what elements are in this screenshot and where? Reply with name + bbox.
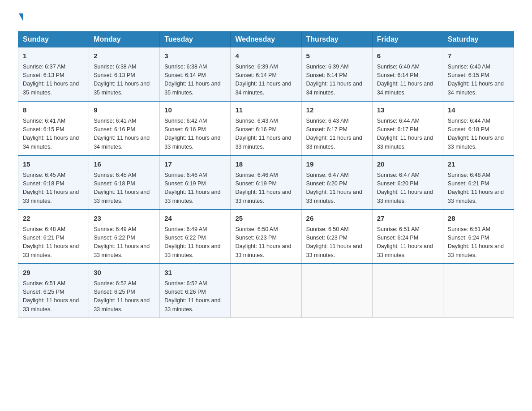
day-info: Sunrise: 6:40 AMSunset: 6:14 PMDaylight:… bbox=[377, 63, 438, 98]
day-info: Sunrise: 6:43 AMSunset: 6:16 PMDaylight:… bbox=[235, 117, 296, 152]
table-row: 15Sunrise: 6:45 AMSunset: 6:18 PMDayligh… bbox=[18, 155, 89, 210]
day-info: Sunrise: 6:39 AMSunset: 6:14 PMDaylight:… bbox=[306, 63, 368, 98]
day-number: 13 bbox=[377, 105, 438, 116]
day-info: Sunrise: 6:47 AMSunset: 6:20 PMDaylight:… bbox=[377, 171, 438, 206]
table-row: 7Sunrise: 6:40 AMSunset: 6:15 PMDaylight… bbox=[443, 47, 514, 102]
table-row: 21Sunrise: 6:48 AMSunset: 6:21 PMDayligh… bbox=[443, 155, 514, 210]
day-info: Sunrise: 6:44 AMSunset: 6:18 PMDaylight:… bbox=[448, 117, 509, 152]
col-tuesday: Tuesday bbox=[160, 32, 231, 47]
day-number: 27 bbox=[377, 214, 438, 224]
day-number: 4 bbox=[235, 51, 296, 61]
table-row: 28Sunrise: 6:51 AMSunset: 6:24 PMDayligh… bbox=[443, 210, 514, 264]
day-number: 1 bbox=[23, 51, 84, 61]
table-row: 5Sunrise: 6:39 AMSunset: 6:14 PMDaylight… bbox=[301, 47, 372, 102]
table-row: 19Sunrise: 6:47 AMSunset: 6:20 PMDayligh… bbox=[301, 155, 372, 210]
day-number: 15 bbox=[23, 159, 84, 170]
col-thursday: Thursday bbox=[301, 32, 372, 47]
table-row: 14Sunrise: 6:44 AMSunset: 6:18 PMDayligh… bbox=[443, 101, 514, 155]
day-number: 11 bbox=[235, 105, 296, 116]
calendar-table: Sunday Monday Tuesday Wednesday Thursday… bbox=[18, 31, 514, 318]
day-number: 30 bbox=[94, 268, 155, 278]
table-row: 26Sunrise: 6:50 AMSunset: 6:23 PMDayligh… bbox=[301, 210, 372, 264]
table-row bbox=[231, 264, 301, 318]
calendar-week-row: 8Sunrise: 6:41 AMSunset: 6:15 PMDaylight… bbox=[18, 101, 514, 155]
table-row bbox=[443, 264, 514, 318]
day-info: Sunrise: 6:47 AMSunset: 6:20 PMDaylight:… bbox=[306, 171, 368, 206]
day-info: Sunrise: 6:48 AMSunset: 6:21 PMDaylight:… bbox=[448, 171, 509, 206]
day-number: 21 bbox=[448, 159, 509, 170]
table-row: 6Sunrise: 6:40 AMSunset: 6:14 PMDaylight… bbox=[372, 47, 443, 102]
day-info: Sunrise: 6:37 AMSunset: 6:13 PMDaylight:… bbox=[23, 63, 84, 98]
day-number: 25 bbox=[235, 214, 296, 224]
day-number: 28 bbox=[448, 214, 509, 224]
day-info: Sunrise: 6:52 AMSunset: 6:25 PMDaylight:… bbox=[94, 279, 155, 314]
table-row: 29Sunrise: 6:51 AMSunset: 6:25 PMDayligh… bbox=[18, 264, 89, 318]
table-row bbox=[372, 264, 443, 318]
day-number: 16 bbox=[94, 159, 155, 170]
day-info: Sunrise: 6:45 AMSunset: 6:18 PMDaylight:… bbox=[94, 171, 155, 206]
day-number: 12 bbox=[306, 105, 368, 116]
day-number: 8 bbox=[23, 105, 84, 116]
day-number: 5 bbox=[306, 51, 368, 61]
table-row: 18Sunrise: 6:46 AMSunset: 6:19 PMDayligh… bbox=[231, 155, 301, 210]
table-row: 22Sunrise: 6:48 AMSunset: 6:21 PMDayligh… bbox=[18, 210, 89, 264]
table-row: 8Sunrise: 6:41 AMSunset: 6:15 PMDaylight… bbox=[18, 101, 89, 155]
day-info: Sunrise: 6:40 AMSunset: 6:15 PMDaylight:… bbox=[448, 63, 509, 98]
table-row: 11Sunrise: 6:43 AMSunset: 6:16 PMDayligh… bbox=[231, 101, 301, 155]
day-info: Sunrise: 6:38 AMSunset: 6:14 PMDaylight:… bbox=[164, 63, 226, 98]
day-number: 7 bbox=[448, 51, 509, 61]
day-info: Sunrise: 6:38 AMSunset: 6:13 PMDaylight:… bbox=[94, 63, 155, 98]
day-number: 23 bbox=[94, 214, 155, 224]
day-number: 9 bbox=[94, 105, 155, 116]
day-info: Sunrise: 6:49 AMSunset: 6:22 PMDaylight:… bbox=[94, 225, 155, 260]
table-row: 17Sunrise: 6:46 AMSunset: 6:19 PMDayligh… bbox=[160, 155, 231, 210]
day-info: Sunrise: 6:51 AMSunset: 6:24 PMDaylight:… bbox=[448, 225, 509, 260]
table-row: 20Sunrise: 6:47 AMSunset: 6:20 PMDayligh… bbox=[372, 155, 443, 210]
day-info: Sunrise: 6:52 AMSunset: 6:26 PMDaylight:… bbox=[164, 279, 226, 314]
day-number: 18 bbox=[235, 159, 296, 170]
calendar-week-row: 29Sunrise: 6:51 AMSunset: 6:25 PMDayligh… bbox=[18, 264, 514, 318]
table-row: 12Sunrise: 6:43 AMSunset: 6:17 PMDayligh… bbox=[301, 101, 372, 155]
day-info: Sunrise: 6:48 AMSunset: 6:21 PMDaylight:… bbox=[23, 225, 84, 260]
table-row: 30Sunrise: 6:52 AMSunset: 6:25 PMDayligh… bbox=[89, 264, 160, 318]
table-row: 10Sunrise: 6:42 AMSunset: 6:16 PMDayligh… bbox=[160, 101, 231, 155]
day-info: Sunrise: 6:45 AMSunset: 6:18 PMDaylight:… bbox=[23, 171, 84, 206]
table-row: 23Sunrise: 6:49 AMSunset: 6:22 PMDayligh… bbox=[89, 210, 160, 264]
table-row: 4Sunrise: 6:39 AMSunset: 6:14 PMDaylight… bbox=[231, 47, 301, 102]
day-info: Sunrise: 6:50 AMSunset: 6:23 PMDaylight:… bbox=[306, 225, 368, 260]
table-row: 31Sunrise: 6:52 AMSunset: 6:26 PMDayligh… bbox=[160, 264, 231, 318]
day-number: 20 bbox=[377, 159, 438, 170]
day-number: 17 bbox=[164, 159, 226, 170]
table-row: 3Sunrise: 6:38 AMSunset: 6:14 PMDaylight… bbox=[160, 47, 231, 102]
day-info: Sunrise: 6:41 AMSunset: 6:15 PMDaylight:… bbox=[23, 117, 84, 152]
day-number: 29 bbox=[23, 268, 84, 278]
calendar-week-row: 15Sunrise: 6:45 AMSunset: 6:18 PMDayligh… bbox=[18, 155, 514, 210]
table-row: 1Sunrise: 6:37 AMSunset: 6:13 PMDaylight… bbox=[18, 47, 89, 102]
calendar-header-row: Sunday Monday Tuesday Wednesday Thursday… bbox=[18, 32, 514, 47]
table-row: 24Sunrise: 6:49 AMSunset: 6:22 PMDayligh… bbox=[160, 210, 231, 264]
day-info: Sunrise: 6:50 AMSunset: 6:23 PMDaylight:… bbox=[235, 225, 296, 260]
col-wednesday: Wednesday bbox=[231, 32, 301, 47]
day-info: Sunrise: 6:46 AMSunset: 6:19 PMDaylight:… bbox=[164, 171, 226, 206]
day-info: Sunrise: 6:42 AMSunset: 6:16 PMDaylight:… bbox=[164, 117, 226, 152]
col-friday: Friday bbox=[372, 32, 443, 47]
day-number: 24 bbox=[164, 214, 226, 224]
col-monday: Monday bbox=[89, 32, 160, 47]
day-number: 10 bbox=[164, 105, 226, 116]
logo bbox=[18, 13, 24, 22]
day-info: Sunrise: 6:39 AMSunset: 6:14 PMDaylight:… bbox=[235, 63, 296, 98]
calendar-week-row: 1Sunrise: 6:37 AMSunset: 6:13 PMDaylight… bbox=[18, 47, 514, 102]
table-row: 13Sunrise: 6:44 AMSunset: 6:17 PMDayligh… bbox=[372, 101, 443, 155]
day-number: 19 bbox=[306, 159, 368, 170]
table-row: 16Sunrise: 6:45 AMSunset: 6:18 PMDayligh… bbox=[89, 155, 160, 210]
table-row: 25Sunrise: 6:50 AMSunset: 6:23 PMDayligh… bbox=[231, 210, 301, 264]
day-number: 22 bbox=[23, 214, 84, 224]
col-saturday: Saturday bbox=[443, 32, 514, 47]
day-number: 6 bbox=[377, 51, 438, 61]
day-info: Sunrise: 6:51 AMSunset: 6:24 PMDaylight:… bbox=[377, 225, 438, 260]
table-row: 2Sunrise: 6:38 AMSunset: 6:13 PMDaylight… bbox=[89, 47, 160, 102]
day-number: 26 bbox=[306, 214, 368, 224]
day-info: Sunrise: 6:51 AMSunset: 6:25 PMDaylight:… bbox=[23, 279, 84, 314]
day-info: Sunrise: 6:46 AMSunset: 6:19 PMDaylight:… bbox=[235, 171, 296, 206]
calendar-week-row: 22Sunrise: 6:48 AMSunset: 6:21 PMDayligh… bbox=[18, 210, 514, 264]
